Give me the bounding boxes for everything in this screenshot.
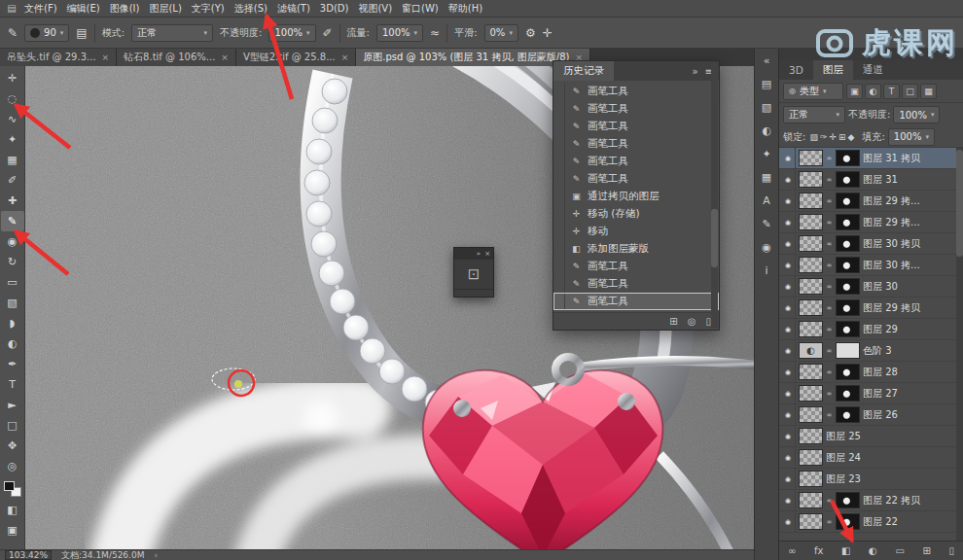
layer-visibility-toggle[interactable]: ◉ (781, 340, 796, 361)
layer-thumbnail[interactable] (799, 364, 823, 380)
history-item[interactable]: ✎ 画笔工具 (553, 258, 719, 275)
layer-row[interactable]: ◉ ◐ ∞ 图层 30 (779, 276, 963, 298)
histogram-panel-icon[interactable]: ▦ (756, 167, 777, 188)
layer-mask-thumbnail[interactable] (836, 192, 860, 209)
layer-thumbnail[interactable] (799, 492, 823, 508)
swatches-panel-icon[interactable]: ▤ (756, 74, 777, 94)
pen-tool[interactable]: ✒ (1, 354, 24, 374)
layer-mask-thumbnail[interactable] (836, 492, 860, 508)
layer-visibility-toggle[interactable]: ◉ (781, 511, 796, 532)
layer-name[interactable]: 图层 29 拷贝 (863, 301, 961, 315)
layer-thumbnail[interactable] (799, 278, 823, 295)
mask-link-icon[interactable]: ∞ (826, 262, 833, 269)
layer-thumbnail[interactable] (799, 150, 823, 166)
layer-visibility-toggle[interactable]: ◉ (781, 169, 796, 190)
healing-brush-tool[interactable]: ✚ (1, 191, 24, 211)
layer-visibility-toggle[interactable]: ◉ (781, 362, 796, 382)
gear-icon[interactable]: ⚙ (525, 26, 536, 40)
layer-visibility-toggle[interactable]: ◉ (781, 255, 796, 275)
type-tool[interactable]: T (1, 374, 24, 395)
toggle-brush-panel-icon[interactable]: ▤ (76, 26, 87, 40)
mask-link-icon[interactable]: ∞ (826, 368, 833, 376)
layer-thumbnail[interactable] (799, 321, 823, 337)
lock-artboard-icon[interactable]: ⊞ (838, 132, 847, 142)
expand-panel-icon[interactable]: » (477, 250, 481, 258)
smoothing-select[interactable]: 0% ▾ (484, 24, 518, 42)
history-item[interactable]: ✛ 移动 (553, 223, 719, 240)
brush-preset-icon[interactable]: ✎ (8, 26, 18, 40)
history-item[interactable]: ✎ 画笔工具 (553, 83, 719, 100)
layer-mask-thumbnail[interactable] (836, 364, 860, 380)
collapse-panel-icon[interactable]: » (692, 66, 697, 77)
layer-mask-thumbnail[interactable] (836, 278, 860, 295)
layer-visibility-toggle[interactable]: ◉ (781, 469, 796, 489)
menu-item[interactable]: 视图(V) (353, 0, 397, 17)
document-tab[interactable]: V型链2.tif @ 25.8... × (236, 49, 356, 66)
history-item[interactable]: ✎ 画笔工具 (553, 135, 719, 153)
mask-link-icon[interactable]: ∞ (826, 176, 833, 184)
layer-name[interactable]: 图层 28 (863, 366, 961, 379)
menu-item[interactable]: 文字(Y) (187, 0, 230, 17)
floating-panel-icon[interactable]: ⊡ (454, 260, 493, 289)
layer-mask-thumbnail[interactable] (836, 342, 860, 359)
history-snapshot-well[interactable] (555, 205, 565, 223)
layer-mask-thumbnail[interactable] (836, 299, 860, 316)
layer-thumbnail[interactable] (799, 214, 823, 230)
history-snapshot-well[interactable] (555, 100, 565, 118)
layer-name[interactable]: 图层 27 (863, 387, 961, 401)
layer-visibility-toggle[interactable]: ◉ (781, 383, 796, 403)
layer-thumbnail[interactable] (799, 385, 823, 402)
color-panel-icon[interactable]: ▧ (756, 97, 777, 118)
layer-row[interactable]: ◉ ◐ ∞ 图层 23 (779, 469, 963, 490)
clone-stamp-tool[interactable]: ◉ (1, 231, 24, 252)
layer-visibility-toggle[interactable]: ◉ (781, 148, 796, 168)
layer-name[interactable]: 图层 29 拷... (863, 194, 961, 208)
tab-3d[interactable]: 3D (779, 60, 813, 80)
hand-tool[interactable]: ✥ (1, 436, 24, 456)
lock-brush-icon[interactable]: ✑ (819, 132, 829, 142)
mask-link-icon[interactable]: ∞ (826, 240, 833, 248)
layer-visibility-toggle[interactable]: ◉ (781, 276, 796, 297)
menu-item[interactable]: 图像(I) (105, 0, 145, 17)
history-snapshot-well[interactable] (555, 83, 565, 100)
layer-name[interactable]: 图层 31 (863, 173, 961, 187)
layer-thumbnail[interactable] (799, 471, 823, 487)
path-select-tool[interactable]: ► (1, 395, 24, 415)
layer-row[interactable]: ◉ ◐ ∞ 图层 27 (779, 383, 963, 404)
layer-row[interactable]: ◉ ◐ ∞ 图层 29 (779, 319, 963, 340)
history-item[interactable]: ✎ 画笔工具 (553, 170, 719, 188)
filter-type-layers-icon[interactable]: T (883, 84, 900, 99)
history-snapshot-well[interactable] (555, 293, 565, 310)
layer-visibility-toggle[interactable]: ◉ (781, 426, 796, 446)
layer-thumbnail[interactable] (799, 406, 823, 423)
opacity-select[interactable]: 100% ▾ (268, 24, 315, 42)
expand-dock-icon[interactable]: « (756, 51, 777, 71)
history-snapshot-well[interactable] (555, 153, 565, 170)
menu-item[interactable]: 帮助(H) (444, 0, 487, 17)
close-icon[interactable]: × (341, 52, 349, 62)
close-icon[interactable]: × (221, 52, 229, 62)
history-snapshot-well[interactable] (555, 170, 565, 188)
menu-item[interactable]: 编辑(E) (62, 0, 105, 17)
new-adjustment-layer-icon[interactable]: ◐ (869, 545, 877, 556)
layer-visibility-toggle[interactable]: ◉ (781, 319, 796, 339)
filter-shape-layers-icon[interactable]: □ (902, 84, 918, 99)
brush-angle-icon[interactable]: ✛ (543, 26, 553, 40)
filter-pixel-layers-icon[interactable]: ▣ (846, 84, 863, 99)
color-swatches[interactable] (4, 481, 21, 497)
mask-link-icon[interactable]: ∞ (826, 304, 833, 312)
history-snapshot-well[interactable] (555, 223, 565, 240)
document-tab[interactable]: 吊坠头.tif @ 29.3... × (0, 49, 117, 66)
lasso-tool[interactable]: ∿ (1, 109, 24, 129)
mask-link-icon[interactable]: ∞ (826, 347, 833, 355)
history-item[interactable]: ✎ 画笔工具 (553, 100, 719, 118)
history-item[interactable]: ✛ 移动 (存储) (553, 205, 719, 223)
layer-row[interactable]: ◉ ◐ ∞ 图层 25 (779, 426, 963, 447)
layer-thumbnail[interactable] (799, 299, 823, 316)
delete-layer-icon[interactable]: ▯ (948, 545, 954, 556)
history-tab[interactable]: 历史记录 (553, 61, 614, 81)
layer-mask-thumbnail[interactable] (836, 321, 860, 337)
document-tab[interactable]: 钻石8.tif @ 106%... × (117, 49, 236, 66)
layer-mask-thumbnail[interactable] (836, 171, 860, 188)
layer-name[interactable]: 图层 29 拷... (863, 216, 961, 229)
